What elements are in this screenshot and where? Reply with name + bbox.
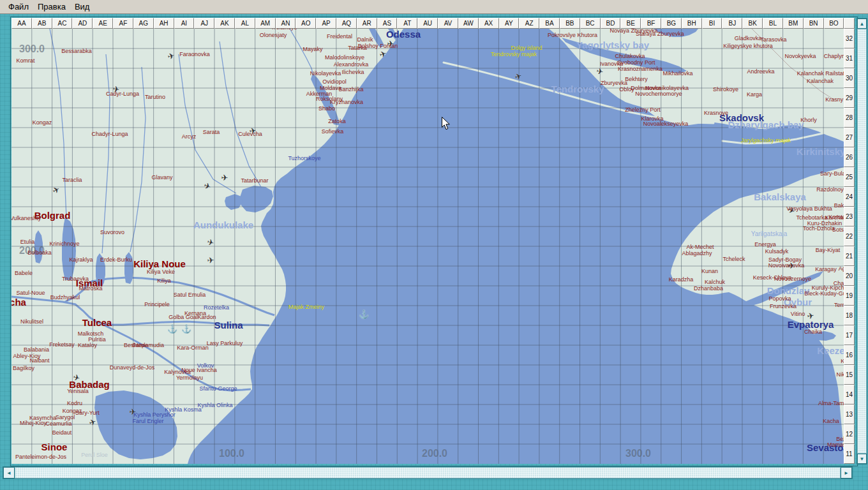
column-header-AN: AN	[276, 18, 296, 29]
column-header-BJ: BJ	[722, 18, 742, 29]
column-header-BL: BL	[763, 18, 783, 29]
column-header-AH: AH	[154, 18, 174, 29]
ship-icon[interactable]: ⚓	[181, 325, 191, 333]
column-header-BE: BE	[620, 18, 641, 29]
column-header-BI: BI	[702, 18, 722, 29]
row-header-21: 21	[844, 246, 855, 266]
row-header-23: 23	[844, 207, 855, 226]
plane-icon[interactable]: ✈	[387, 40, 394, 48]
column-header-BO: BO	[824, 18, 844, 29]
column-header-AD: AD	[72, 18, 93, 29]
row-header-19: 19	[844, 286, 855, 306]
grid-row-headers: 3231302928272625242322212019181716151413…	[844, 29, 855, 464]
column-header-AK: AK	[214, 18, 235, 29]
plane-icon[interactable]: ✈	[112, 85, 121, 94]
arrow-left-icon: ◄	[6, 470, 11, 476]
row-header-32: 32	[844, 29, 855, 48]
column-header-AA: AA	[11, 18, 32, 29]
ship-icon[interactable]: ⚓	[359, 310, 369, 318]
menu-item-view[interactable]: Вид	[70, 1, 94, 13]
ship-icon[interactable]: ⚓	[167, 325, 177, 333]
column-header-AO: AO	[296, 18, 316, 29]
plane-icon[interactable]: ✈	[167, 51, 176, 61]
row-header-28: 28	[844, 108, 855, 128]
row-header-25: 25	[844, 167, 855, 187]
row-header-20: 20	[844, 266, 855, 286]
column-header-BB: BB	[560, 18, 580, 29]
column-header-AM: AM	[255, 18, 276, 29]
column-header-AJ: AJ	[194, 18, 214, 29]
column-header-AI: AI	[174, 18, 195, 29]
row-header-22: 22	[844, 226, 855, 246]
plane-icon[interactable]: ✈	[786, 205, 796, 216]
row-header-27: 27	[844, 128, 855, 147]
column-header-AX: AX	[479, 18, 499, 29]
row-header-15: 15	[844, 365, 855, 385]
column-header-BG: BG	[661, 18, 682, 29]
column-header-AQ: AQ	[336, 18, 357, 29]
column-header-AZ: AZ	[519, 18, 539, 29]
plane-icon[interactable]: ✈	[514, 71, 523, 82]
row-header-14: 14	[844, 385, 855, 405]
column-header-AS: AS	[377, 18, 398, 29]
column-header-BD: BD	[601, 18, 621, 29]
column-header-AP: AP	[316, 18, 336, 29]
vertical-scroll-thumb[interactable]	[857, 29, 867, 454]
map-icon-layer: ✈✈✈✈✈✈✈✈✈✈✈✈✈✈✈✈✈✈⚓⚓⚓	[11, 29, 844, 464]
mouse-cursor	[442, 117, 451, 131]
column-header-AT: AT	[397, 18, 417, 29]
plane-icon[interactable]: ✈	[807, 311, 815, 321]
plane-icon[interactable]: ✈	[378, 49, 388, 59]
menu-bar: ФайлПравкаВид	[0, 0, 868, 14]
column-header-AV: AV	[438, 18, 458, 29]
plane-icon[interactable]: ✈	[72, 373, 81, 382]
column-header-AB: AB	[32, 18, 52, 29]
scroll-right-button[interactable]: ►	[841, 467, 852, 479]
row-header-16: 16	[844, 345, 855, 365]
column-header-BM: BM	[783, 18, 804, 29]
row-header-30: 30	[844, 68, 855, 88]
plane-icon[interactable]: ✈	[788, 262, 795, 270]
plane-icon[interactable]: ✈	[596, 67, 604, 77]
column-header-AY: AY	[499, 18, 520, 29]
column-header-BK: BK	[742, 18, 763, 29]
horizontal-scrollbar[interactable]: ◄ ►	[3, 466, 853, 479]
plane-icon[interactable]: ✈	[51, 185, 61, 196]
scroll-up-button[interactable]: ▲	[857, 19, 867, 29]
row-header-29: 29	[844, 88, 855, 108]
grid-column-headers: AAABACADAEAFAGAHAIAJAKALAMANAOAPAQARASAT…	[11, 18, 844, 29]
map-viewport[interactable]: ✈✈✈✈✈✈✈✈✈✈✈✈✈✈✈✈✈✈⚓⚓⚓ OdessaSkadovskSuli…	[11, 29, 844, 464]
row-header-31: 31	[844, 48, 855, 68]
plane-icon[interactable]: ✈	[207, 256, 214, 265]
column-header-BF: BF	[641, 18, 661, 29]
scroll-left-button[interactable]: ◄	[3, 467, 15, 479]
row-header-17: 17	[844, 325, 855, 345]
arrow-down-icon: ▼	[860, 456, 865, 462]
column-header-BC: BC	[580, 18, 601, 29]
arrow-right-icon: ►	[844, 470, 849, 476]
plane-icon[interactable]: ✈	[221, 174, 228, 182]
row-header-24: 24	[844, 187, 855, 207]
plane-icon[interactable]: ✈	[130, 408, 137, 416]
plane-icon[interactable]: ✈	[88, 417, 98, 427]
column-header-BA: BA	[539, 18, 560, 29]
plane-icon[interactable]: ✈	[206, 237, 215, 247]
row-header-11: 11	[844, 444, 855, 464]
vertical-scrollbar[interactable]: ▲ ▼	[857, 18, 867, 464]
column-header-AL: AL	[235, 18, 255, 29]
plane-icon[interactable]: ✈	[249, 126, 257, 136]
plane-icon[interactable]: ✈	[203, 181, 213, 191]
row-header-18: 18	[844, 306, 855, 325]
column-header-AG: AG	[133, 18, 154, 29]
grid-corner-cell	[844, 18, 855, 29]
column-header-BN: BN	[804, 18, 824, 29]
column-header-AR: AR	[357, 18, 377, 29]
menu-item-file[interactable]: Файл	[4, 1, 33, 13]
menu-item-edit[interactable]: Правка	[33, 1, 70, 13]
row-header-26: 26	[844, 147, 855, 167]
arrow-up-icon: ▲	[860, 21, 865, 27]
horizontal-scroll-thumb[interactable]	[15, 467, 841, 479]
column-header-AW: AW	[458, 18, 479, 29]
column-header-AC: AC	[52, 18, 73, 29]
scroll-down-button[interactable]: ▼	[857, 454, 867, 464]
